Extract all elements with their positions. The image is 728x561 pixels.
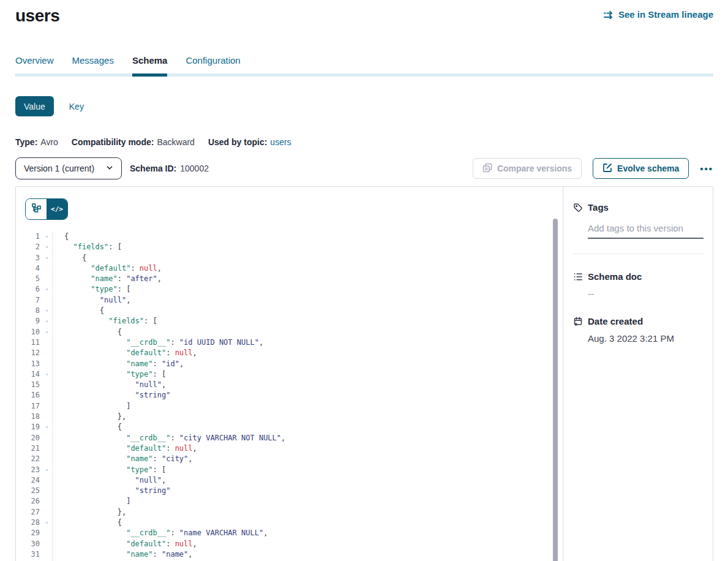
code-line: 17 ]	[16, 401, 563, 412]
tab-overview[interactable]: Overview	[15, 55, 54, 73]
code-text: "null",	[53, 475, 166, 486]
compatibility-mode-label: Compatibility mode:	[72, 137, 154, 147]
date-created-value: Aug. 3 2022 3:21 PM	[588, 333, 704, 344]
tree-view-button[interactable]	[26, 199, 47, 219]
version-select[interactable]: Version 1 (current)	[15, 157, 122, 179]
tab-configuration[interactable]: Configuration	[186, 55, 240, 73]
schema-card: </> 1▾{2▾ "fields": [3▾ {4 "default": nu…	[15, 186, 713, 561]
code-view-button[interactable]: </>	[47, 199, 67, 219]
code-text: "type": [	[53, 369, 166, 380]
fold-arrow-icon[interactable]: ▾	[42, 232, 52, 242]
topic-link[interactable]: users	[270, 137, 291, 147]
code-line: 29 "__crdb__": "name VARCHAR NULL",	[16, 528, 563, 538]
schema-id-label: Schema ID:	[130, 164, 176, 173]
type-value: Avro	[40, 137, 58, 147]
code-text: "type": [	[53, 284, 130, 295]
fold-arrow-icon[interactable]: ▾	[42, 306, 52, 316]
code-text: {	[53, 518, 122, 528]
line-number: 26	[16, 496, 42, 506]
copy-icon	[482, 163, 492, 175]
code-view-icon: </>	[51, 205, 63, 213]
fold-arrow-icon[interactable]: ▾	[42, 316, 52, 326]
code-text: },	[53, 507, 126, 518]
code-text: {	[53, 232, 69, 242]
code-line: 9▾ "fields": [	[16, 316, 563, 326]
fold-arrow-icon[interactable]: ▾	[42, 518, 52, 528]
code-line: 10▾ {	[16, 327, 563, 337]
code-line: 14▾ "type": [	[16, 369, 563, 380]
value-button[interactable]: Value	[15, 96, 54, 116]
code-line: 31 "name": "name",	[16, 549, 563, 560]
code-line: 11 "__crdb__": "id UUID NOT NULL",	[16, 337, 563, 348]
ellipsis-icon: •••	[700, 164, 713, 174]
used-by-topic-label: Used by topic:	[208, 137, 267, 147]
fold-arrow-icon[interactable]: ▾	[42, 422, 52, 432]
code-text: {	[53, 253, 86, 263]
code-text: "string"	[53, 486, 170, 496]
fold-arrow-icon[interactable]: ▾	[42, 242, 52, 252]
key-button[interactable]: Key	[69, 102, 84, 111]
version-bar: Version 1 (current) Schema ID: 100002 Co…	[15, 157, 713, 179]
code-line: 15 "null",	[16, 380, 563, 390]
editor-scrollbar[interactable]	[553, 219, 558, 561]
editor-view-toggle: </>	[25, 198, 68, 220]
code-line: 24 "null",	[16, 475, 563, 486]
line-number: 31	[16, 549, 42, 560]
code-text: "name": "id",	[53, 359, 184, 369]
tag-icon	[573, 203, 583, 213]
tags-title: Tags	[588, 202, 609, 213]
fold-arrow-icon[interactable]: ▾	[42, 253, 52, 263]
date-created-title: Date created	[588, 316, 643, 326]
see-in-stream-lineage-link[interactable]: See in Stream lineage	[604, 9, 713, 20]
sidebar-divider	[573, 254, 704, 254]
line-number: 21	[16, 443, 42, 454]
code-text: "__crdb__": "id UUID NOT NULL",	[53, 337, 263, 348]
fold-arrow-icon[interactable]: ▾	[42, 327, 52, 337]
more-options-button[interactable]: •••	[700, 164, 713, 174]
fold-arrow-icon[interactable]: ▾	[42, 465, 52, 475]
tab-messages[interactable]: Messages	[72, 55, 114, 73]
code-text: "default": null,	[53, 348, 197, 358]
stream-lineage-icon	[604, 10, 614, 19]
code-text: "fields": [	[53, 316, 157, 326]
line-number: 15	[16, 380, 42, 390]
line-number: 6	[16, 284, 42, 295]
fold-arrow-icon[interactable]: ▾	[42, 284, 52, 295]
evolve-schema-button[interactable]: Evolve schema	[593, 158, 689, 179]
version-select-value: Version 1 (current)	[24, 164, 94, 173]
code-text: ]	[53, 496, 130, 506]
code-text: "fields": [	[53, 242, 122, 252]
code-text: {	[53, 306, 104, 316]
schema-doc-section: Schema doc --	[573, 271, 704, 299]
code-text: ]	[53, 401, 130, 412]
tab-bar: Overview Messages Schema Configuration	[15, 55, 713, 77]
code-line: 27 },	[16, 507, 563, 518]
tree-view-icon	[31, 203, 42, 216]
line-number: 3	[16, 253, 42, 263]
code-line: 28▾ {	[16, 518, 563, 528]
code-text: "default": null,	[53, 263, 162, 274]
line-number: 4	[16, 263, 42, 274]
line-number: 2	[16, 242, 42, 252]
chevron-down-icon	[105, 164, 114, 174]
code-line: 26 ]	[16, 496, 563, 506]
fold-arrow-icon[interactable]: ▾	[42, 369, 52, 380]
code-text: "default": null,	[53, 443, 197, 454]
schema-sidebar: Tags Schema doc --	[563, 187, 713, 561]
line-number: 24	[16, 475, 42, 486]
line-number: 13	[16, 359, 42, 369]
line-number: 9	[16, 316, 42, 326]
add-tags-input[interactable]	[588, 223, 704, 239]
lineage-label: See in Stream lineage	[618, 9, 713, 20]
code-text: {	[53, 422, 122, 432]
compare-versions-button[interactable]: Compare versions	[473, 158, 582, 179]
calendar-plus-icon	[573, 317, 583, 326]
code-line: 20 "__crdb__": "city VARCHAR NOT NULL",	[16, 433, 563, 443]
code-line: 30 "default": null,	[16, 539, 563, 549]
tab-schema[interactable]: Schema	[132, 55, 168, 73]
line-number: 20	[16, 433, 42, 443]
code-text: "__crdb__": "city VARCHAR NOT NULL",	[53, 433, 285, 443]
schema-id: Schema ID: 100002	[130, 164, 209, 173]
code-text: "name": "name",	[53, 549, 193, 560]
value-key-switch: Value Key	[15, 96, 713, 116]
